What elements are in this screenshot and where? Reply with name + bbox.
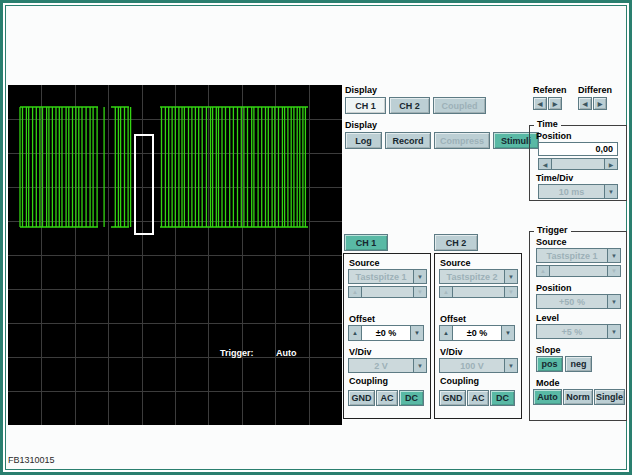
record-button[interactable]: Record: [385, 132, 431, 149]
display-ch1-button[interactable]: CH 1: [345, 97, 386, 114]
trigger-group: Trigger Source Tastspitze 1 ▼ ▲ ▼ Positi…: [529, 231, 627, 421]
chevron-down-icon[interactable]: ▼: [504, 359, 517, 372]
slider-track: [453, 287, 504, 297]
display-modes-label: Display: [345, 120, 377, 130]
display-channels-label: Display: [345, 85, 377, 95]
trigger-status-label: Trigger:: [220, 348, 254, 358]
trigger-mode-label: Mode: [536, 378, 560, 388]
trigger-source-scroll: ▲ ▼: [536, 265, 621, 277]
ch1-source-label: Source: [349, 258, 380, 268]
arrow-down-icon[interactable]: ▼: [607, 266, 620, 276]
ch2-source-label: Source: [440, 258, 471, 268]
arrow-down-icon[interactable]: ▼: [501, 325, 515, 341]
figure-id-label: FB1310015: [8, 455, 55, 465]
trigger-source-dropdown[interactable]: Tastspitze 1 ▼: [536, 248, 621, 263]
difference-prev-button[interactable]: ◀: [578, 97, 592, 110]
waveform-graph: [8, 85, 342, 425]
arrow-down-icon[interactable]: ▼: [413, 287, 426, 297]
ch1-gnd-button[interactable]: GND: [348, 390, 375, 406]
difference-label: Differen: [578, 85, 612, 95]
oscilloscope-window: Trigger: Auto Display CH 1 CH 2 Coupled …: [0, 0, 632, 475]
trigger-slope-label: Slope: [536, 345, 561, 355]
trigger-level-dropdown[interactable]: +5 % ▼: [536, 324, 621, 339]
chevron-down-icon[interactable]: ▼: [604, 185, 617, 198]
reference-prev-button[interactable]: ◀: [533, 97, 547, 110]
ch2-gnd-button[interactable]: GND: [439, 390, 466, 406]
arrow-down-icon[interactable]: ▼: [410, 325, 424, 341]
ch1-vdiv-value: 2 V: [349, 359, 413, 372]
time-position-value: 0,00: [595, 144, 613, 154]
ch2-tab[interactable]: CH 2: [434, 234, 478, 251]
ch2-vdiv-dropdown[interactable]: 100 V ▼: [439, 358, 518, 373]
chevron-down-icon[interactable]: ▼: [607, 295, 620, 308]
trigger-level-value: +5 %: [537, 325, 607, 338]
chevron-down-icon[interactable]: ▼: [607, 325, 620, 338]
mode-norm-button[interactable]: Norm: [563, 389, 593, 405]
mode-single-button[interactable]: Single: [594, 389, 625, 405]
ch2-source-dropdown[interactable]: Tastspitze 2 ▼: [439, 269, 518, 284]
ch1-ac-button[interactable]: AC: [376, 390, 398, 406]
arrow-up-icon[interactable]: ▲: [440, 287, 453, 297]
time-position-slider: ◀ ▶: [538, 158, 618, 170]
reference-next-button[interactable]: ▶: [548, 97, 562, 110]
ch2-vdiv-label: V/Div: [440, 347, 463, 357]
display-coupled-button[interactable]: Coupled: [433, 97, 486, 114]
ch2-offset-value[interactable]: ±0 %: [453, 325, 501, 341]
arrow-right-icon: ▶: [553, 100, 558, 107]
time-position-label: Position: [536, 131, 572, 141]
ch2-source-value: Tastspitze 2: [440, 270, 504, 283]
trigger-source-label: Source: [536, 237, 567, 247]
ch1-offset-value[interactable]: ±0 %: [362, 325, 410, 341]
slider-track: [362, 287, 413, 297]
ch1-dc-button[interactable]: DC: [399, 390, 424, 406]
arrow-left-icon: ◀: [538, 100, 543, 107]
chevron-down-icon[interactable]: ▼: [607, 249, 620, 262]
ch2-offset-spinner: ▲ ±0 % ▼: [439, 325, 515, 341]
ch1-source-dropdown[interactable]: Tastspitze 1 ▼: [348, 269, 427, 284]
ch1-tab[interactable]: CH 1: [344, 234, 388, 251]
ch2-coupling-label: Coupling: [440, 376, 479, 386]
zoom-cursor-rect[interactable]: [135, 135, 153, 234]
ch2-panel: Source Tastspitze 2 ▼ ▲ ▼ Offset ▲ ±0 % …: [434, 253, 522, 419]
ch2-offset-label: Offset: [440, 314, 466, 324]
ch2-vdiv-value: 100 V: [440, 359, 504, 372]
mode-auto-button[interactable]: Auto: [533, 389, 562, 405]
timediv-dropdown[interactable]: 10 ms ▼: [538, 184, 618, 199]
compress-button[interactable]: Compress: [434, 132, 490, 149]
trigger-source-value: Tastspitze 1: [537, 249, 607, 262]
slider-track[interactable]: [552, 159, 604, 169]
chevron-down-icon[interactable]: ▼: [413, 359, 426, 372]
reference-label: Referen: [533, 85, 567, 95]
arrow-right-icon[interactable]: ▶: [604, 159, 617, 169]
ch2-source-scroll: ▲ ▼: [439, 286, 518, 298]
ch1-vdiv-dropdown[interactable]: 2 V ▼: [348, 358, 427, 373]
log-button[interactable]: Log: [345, 132, 382, 149]
timediv-label: Time/Div: [536, 173, 573, 183]
ch1-vdiv-label: V/Div: [349, 347, 372, 357]
arrow-left-icon[interactable]: ◀: [539, 159, 552, 169]
chevron-down-icon[interactable]: ▼: [413, 270, 426, 283]
time-group-legend: Time: [534, 119, 561, 129]
difference-next-button[interactable]: ▶: [593, 97, 607, 110]
arrow-up-icon[interactable]: ▲: [348, 325, 362, 341]
trigger-status-value: Auto: [276, 348, 297, 358]
time-position-field[interactable]: 0,00: [538, 142, 618, 156]
trigger-position-dropdown[interactable]: +50 % ▼: [536, 294, 621, 309]
arrow-down-icon[interactable]: ▼: [504, 287, 517, 297]
slope-pos-button[interactable]: pos: [536, 356, 563, 372]
arrow-up-icon[interactable]: ▲: [537, 266, 550, 276]
chevron-down-icon[interactable]: ▼: [504, 270, 517, 283]
scope-display: Trigger: Auto: [8, 85, 342, 425]
arrow-up-icon[interactable]: ▲: [439, 325, 453, 341]
ch1-source-value: Tastspitze 1: [349, 270, 413, 283]
timediv-value: 10 ms: [539, 185, 604, 198]
arrow-left-icon: ◀: [583, 100, 588, 107]
trigger-position-value: +50 %: [537, 295, 607, 308]
arrow-up-icon[interactable]: ▲: [349, 287, 362, 297]
ch1-coupling-label: Coupling: [349, 376, 388, 386]
ch2-dc-button[interactable]: DC: [490, 390, 515, 406]
ch1-offset-label: Offset: [349, 314, 375, 324]
ch2-ac-button[interactable]: AC: [467, 390, 489, 406]
slope-neg-button[interactable]: neg: [565, 356, 592, 372]
display-ch2-button[interactable]: CH 2: [389, 97, 430, 114]
